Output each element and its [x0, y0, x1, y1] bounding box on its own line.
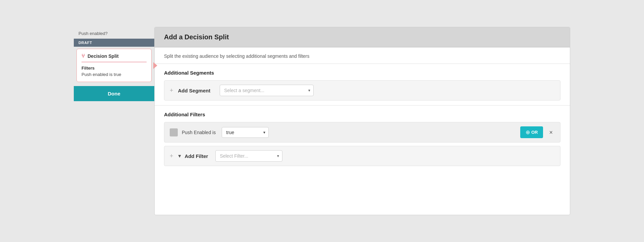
filter-plus-icon: + [170, 153, 173, 160]
sidebar: Push enabled? DRAFT ⑂ Decision Split Fil… [74, 27, 154, 215]
or-button[interactable]: ⊕ OR [520, 126, 543, 138]
decision-split-panel: Add a Decision Split Split the existing … [154, 27, 570, 215]
segment-select-wrapper[interactable]: Select a segment... ▾ [220, 85, 314, 96]
add-segment-label: Add Segment [178, 88, 211, 93]
panel-header: Add a Decision Split [155, 27, 570, 47]
split-icon: ⑂ [82, 53, 85, 59]
card-header: ⑂ Decision Split [82, 53, 147, 59]
segments-section: Additional Segments + Add Segment Select… [155, 64, 570, 106]
filter-value-wrapper[interactable]: true false ▾ [222, 127, 269, 138]
add-filter-text: Add Filter [184, 153, 208, 159]
filter-select-wrapper[interactable]: Select Filter... ▾ [215, 150, 282, 162]
add-filter-row: + ▼ Add Filter Select Filter... ▾ [164, 146, 560, 166]
decision-split-card: ⑂ Decision Split Filters Push enabled is… [76, 49, 152, 82]
filters-section-title: Additional Filters [164, 112, 560, 117]
funnel-icon: ▼ [177, 153, 182, 159]
filter-label: Push Enabled is [182, 130, 216, 135]
push-label: Push enabled? [74, 27, 154, 39]
remove-filter-button[interactable]: × [547, 129, 555, 136]
filter-row: Push Enabled is true false ▾ ⊕ OR × [164, 122, 560, 143]
add-filter-label: ▼ Add Filter [177, 153, 208, 159]
filter-handle [170, 128, 178, 136]
panel-body: Split the existing audience by selecting… [155, 47, 570, 215]
or-plus-icon: ⊕ [526, 129, 530, 135]
segment-plus-icon: + [170, 87, 173, 94]
segment-select[interactable]: Select a segment... [220, 85, 314, 96]
card-filters-label: Filters [82, 66, 147, 71]
segments-section-title: Additional Segments [164, 70, 560, 76]
card-arrow [153, 62, 157, 69]
add-filter-select[interactable]: Select Filter... [215, 150, 282, 162]
panel-subtitle: Split the existing audience by selecting… [155, 47, 570, 64]
card-filter-value: Push enabled is true [82, 72, 147, 77]
card-title: Decision Split [88, 53, 119, 59]
add-segment-row: + Add Segment Select a segment... ▾ [164, 80, 560, 100]
draft-bar: DRAFT [74, 39, 154, 47]
panel-title: Add a Decision Split [164, 33, 560, 41]
filter-value-select[interactable]: true false [222, 127, 269, 138]
or-button-label: OR [531, 130, 538, 135]
card-divider [82, 62, 147, 62]
filters-section: Additional Filters Push Enabled is true … [155, 106, 570, 174]
done-button[interactable]: Done [74, 86, 154, 101]
